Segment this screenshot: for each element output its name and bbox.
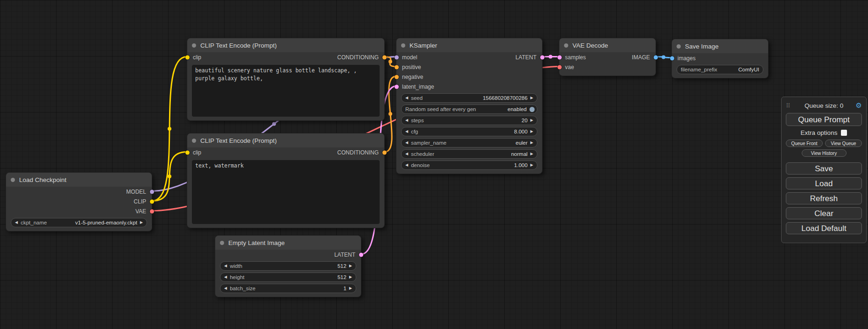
load-default-button[interactable]: Load Default [786, 222, 862, 234]
clip-output-dot[interactable] [150, 199, 154, 203]
prompt-textarea[interactable]: beautiful scenery nature glass bottle la… [192, 65, 380, 117]
decrement-arrow-icon[interactable]: ◀ [405, 163, 408, 167]
collapse-dot-icon[interactable] [192, 139, 196, 143]
denoise-widget[interactable]: ◀ denoise 1.000 ▶ [401, 161, 537, 170]
conditioning-output-dot[interactable] [382, 150, 387, 154]
node-title: Empty Latent Image [228, 239, 285, 246]
collapse-dot-icon[interactable] [192, 43, 196, 48]
filename-prefix-widget[interactable]: filename_prefix ComfyUI [677, 65, 763, 74]
latent-output-dot[interactable] [540, 55, 544, 59]
node-load-checkpoint[interactable]: Load Checkpoint MODEL CLIP VAE ◀ ckpt_na… [6, 172, 152, 231]
increment-arrow-icon[interactable]: ▶ [530, 163, 533, 167]
collapse-dot-icon[interactable] [564, 43, 568, 48]
extra-options-checkbox[interactable] [841, 130, 847, 136]
steps-widget[interactable]: ◀ steps 20 ▶ [401, 116, 537, 125]
node-save-image[interactable]: Save Image images filename_prefix ComfyU… [671, 39, 769, 78]
batch-size-widget[interactable]: ◀ batch_size 1 ▶ [220, 284, 356, 293]
node-clip-text-encode-positive[interactable]: CLIP Text Encode (Prompt) clip CONDITION… [187, 38, 385, 121]
increment-arrow-icon[interactable]: ▶ [530, 152, 533, 156]
negative-input-dot[interactable] [395, 75, 399, 79]
node-title-bar[interactable]: Save Image [672, 39, 768, 53]
image-output-dot[interactable] [654, 55, 658, 59]
slot-label-samples: samples [565, 54, 586, 61]
save-button[interactable]: Save [786, 162, 862, 175]
drag-handle-icon[interactable]: ⠿ [786, 102, 790, 109]
node-title-bar[interactable]: KSampler [396, 38, 542, 52]
node-title-bar[interactable]: CLIP Text Encode (Prompt) [187, 38, 384, 52]
height-widget[interactable]: ◀ height 512 ▶ [220, 273, 356, 282]
queue-prompt-button[interactable]: Queue Prompt [786, 113, 862, 126]
latent-image-input-dot[interactable] [395, 84, 399, 89]
slot-label-image: IMAGE [632, 54, 650, 61]
vae-input-dot[interactable] [557, 65, 562, 69]
slot-label-positive: positive [402, 64, 421, 70]
images-input-dot[interactable] [670, 56, 674, 60]
queue-front-button[interactable]: Queue Front [786, 140, 823, 147]
sampler-name-widget[interactable]: ◀ sampler_name euler ▶ [401, 138, 537, 147]
slot-label-latent: LATENT [515, 54, 536, 61]
seed-widget[interactable]: ◀ seed 156680208700286 ▶ [401, 93, 537, 103]
conditioning-output-dot[interactable] [382, 55, 387, 59]
slot-label-clip: CLIP [134, 198, 146, 205]
node-graph-canvas[interactable]: Load Checkpoint MODEL CLIP VAE ◀ ckpt_na… [0, 0, 868, 329]
random-seed-toggle-widget[interactable]: Random seed after every gen enabled [401, 105, 537, 114]
scheduler-widget[interactable]: ◀ scheduler normal ▶ [401, 149, 537, 159]
model-input-dot[interactable] [395, 55, 399, 59]
refresh-button[interactable]: Refresh [786, 192, 862, 204]
increment-arrow-icon[interactable]: ▶ [530, 96, 533, 100]
positive-input-dot[interactable] [395, 65, 399, 69]
decrement-arrow-icon[interactable]: ◀ [224, 287, 227, 290]
latent-output-dot[interactable] [359, 252, 363, 257]
widget-value: 156680208700286 [483, 95, 528, 101]
node-title-bar[interactable]: Load Checkpoint [6, 173, 152, 187]
slot-row: clip CONDITIONING [187, 147, 384, 157]
node-vae-decode[interactable]: VAE Decode samples IMAGE vae [559, 38, 656, 76]
increment-arrow-icon[interactable]: ▶ [530, 130, 533, 133]
clear-button[interactable]: Clear [786, 207, 862, 219]
cfg-widget[interactable]: ◀ cfg 8.000 ▶ [401, 127, 537, 136]
decrement-arrow-icon[interactable]: ◀ [405, 119, 408, 122]
increment-arrow-icon[interactable]: ▶ [530, 141, 533, 145]
increment-arrow-icon[interactable]: ▶ [140, 221, 143, 224]
node-empty-latent-image[interactable]: Empty Latent Image LATENT ◀ width 512 ▶ … [215, 235, 361, 297]
view-history-button[interactable]: View History [802, 149, 847, 157]
decrement-arrow-icon[interactable]: ◀ [15, 221, 18, 224]
clip-input-dot[interactable] [185, 55, 190, 59]
clip-input-dot[interactable] [185, 150, 190, 154]
width-widget[interactable]: ◀ width 512 ▶ [220, 261, 356, 271]
slot-label-images: images [677, 55, 696, 62]
samples-input-dot[interactable] [557, 55, 562, 59]
increment-arrow-icon[interactable]: ▶ [349, 264, 352, 268]
node-clip-text-encode-negative[interactable]: CLIP Text Encode (Prompt) clip CONDITION… [187, 133, 385, 228]
slot-row: samples IMAGE [559, 52, 656, 62]
toggle-knob-icon[interactable] [529, 107, 535, 112]
increment-arrow-icon[interactable]: ▶ [349, 287, 352, 290]
node-title-bar[interactable]: VAE Decode [559, 38, 656, 52]
model-output-dot[interactable] [150, 189, 154, 194]
increment-arrow-icon[interactable]: ▶ [530, 119, 533, 122]
decrement-arrow-icon[interactable]: ◀ [224, 264, 227, 268]
node-title-bar[interactable]: Empty Latent Image [215, 236, 361, 250]
vae-output-dot[interactable] [150, 209, 154, 213]
slot-row: clip CONDITIONING [187, 52, 384, 62]
node-ksampler[interactable]: KSampler model LATENT positive negative … [396, 38, 543, 174]
view-queue-button[interactable]: View Queue [825, 140, 862, 147]
slot-label-vae: vae [565, 64, 574, 70]
collapse-dot-icon[interactable] [677, 44, 681, 49]
decrement-arrow-icon[interactable]: ◀ [405, 141, 408, 145]
decrement-arrow-icon[interactable]: ◀ [405, 130, 408, 133]
slot-row: positive [396, 62, 542, 72]
gear-icon[interactable]: ⚙ [856, 101, 862, 110]
collapse-dot-icon[interactable] [11, 178, 15, 182]
increment-arrow-icon[interactable]: ▶ [349, 275, 352, 279]
load-button[interactable]: Load [786, 177, 862, 189]
decrement-arrow-icon[interactable]: ◀ [405, 96, 408, 100]
collapse-dot-icon[interactable] [401, 43, 405, 48]
node-title: KSampler [409, 42, 437, 49]
decrement-arrow-icon[interactable]: ◀ [405, 152, 408, 156]
decrement-arrow-icon[interactable]: ◀ [224, 275, 227, 279]
collapse-dot-icon[interactable] [220, 241, 224, 245]
node-title-bar[interactable]: CLIP Text Encode (Prompt) [187, 133, 384, 147]
ckpt-name-widget[interactable]: ◀ ckpt_name v1-5-pruned-emaonly.ckpt ▶ [11, 218, 147, 227]
prompt-textarea[interactable]: text, watermark [192, 160, 380, 224]
